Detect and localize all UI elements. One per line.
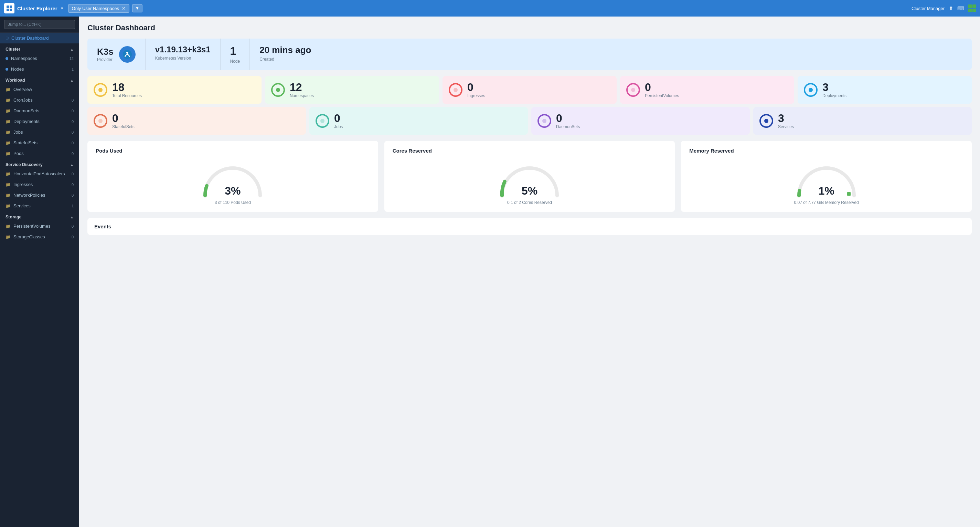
folder-icon-cronjobs: 📁 [5, 98, 11, 103]
stat-card-namespaces[interactable]: 12 Namespaces [265, 76, 439, 104]
namespace-filter[interactable]: Only User Namespaces ✕ [68, 4, 129, 13]
namespace-filter-label: Only User Namespaces [72, 6, 119, 11]
sidebar-item-network-policies[interactable]: 📁 NetworkPolicies 0 [0, 190, 79, 200]
stat-icon-deployments [804, 83, 818, 97]
app-logo[interactable]: Cluster Explorer ▼ [4, 3, 64, 13]
gauge-percent-cores: 5% [522, 185, 538, 197]
created-time: 20 mins ago [259, 45, 962, 56]
search-input[interactable] [4, 20, 75, 29]
sidebar: ⊞ Cluster Dashboard Cluster ▲ Namespaces… [0, 16, 79, 527]
namespace-dropdown[interactable]: ▼ [132, 4, 142, 13]
sidebar-section-workload[interactable]: Workload ▲ [0, 74, 79, 84]
topbar: Cluster Explorer ▼ Only User Namespaces … [0, 0, 980, 16]
gauges-row: Pods Used 3% 3 of 110 Pods Used [88, 141, 972, 212]
folder-icon: 📁 [5, 87, 11, 92]
folder-icon-pods: 📁 [5, 151, 11, 156]
sidebar-item-hpa[interactable]: 📁 HorizontalPodAutoscalers 0 [0, 168, 79, 179]
sidebar-item-nodes[interactable]: Nodes 1 [0, 64, 79, 74]
gauge-container-pods: 3% 3 of 110 Pods Used [95, 158, 370, 205]
main-content: Cluster Dashboard K3s Provider v1.19.13+… [79, 16, 980, 527]
folder-icon-deployments: 📁 [5, 119, 11, 124]
gauge-sub-memory: 0.07 of 7.77 GiB Memory Reserved [794, 200, 859, 205]
svg-rect-1 [10, 5, 12, 8]
folder-icon-hpa: 📁 [5, 171, 11, 176]
terminal-icon[interactable]: ⌨ [957, 5, 964, 11]
sidebar-item-services[interactable]: 📁 Services 1 [0, 200, 79, 211]
gauge-container-cores: 5% 0.1 of 2 Cores Reserved [393, 158, 667, 205]
stat-value-jobs: 0 [334, 113, 343, 124]
folder-icon-sc: 📁 [5, 235, 11, 240]
stat-label-jobs: Jobs [334, 125, 343, 129]
logo-icon [4, 3, 14, 13]
stat-card-ingresses[interactable]: 0 Ingresses [442, 76, 617, 104]
sidebar-item-pods[interactable]: 📁 Pods 0 [0, 148, 79, 159]
events-title: Events [94, 224, 965, 229]
chevron-up-icon: ▲ [70, 48, 74, 51]
stat-icon-namespaces [271, 83, 285, 97]
grid-apps-icon[interactable] [968, 5, 976, 12]
stat-card-services[interactable]: 3 Services [753, 107, 972, 135]
chevron-up-icon-sd: ▲ [70, 163, 74, 167]
cluster-created-section: 20 mins ago Created [250, 38, 972, 70]
stat-card-jobs[interactable]: 0 Jobs [309, 107, 528, 135]
stat-label-statefulsets: StatefulSets [112, 125, 135, 129]
stat-value-deployments: 3 [822, 81, 846, 93]
gauge-title-memory: Memory Reserved [689, 148, 964, 153]
stat-card-deployments[interactable]: 3 Deployments [798, 76, 972, 104]
namespaces-dot [5, 57, 8, 60]
sidebar-item-namespaces[interactable]: Namespaces 12 [0, 53, 79, 64]
sidebar-item-persistent-volumes[interactable]: 📁 PersistentVolumes 0 [0, 221, 79, 232]
sidebar-item-storage-classes[interactable]: 📁 StorageClasses 0 [0, 232, 79, 242]
sidebar-section-cluster[interactable]: Cluster ▲ [0, 43, 79, 53]
sidebar-item-cluster-dashboard[interactable]: ⊞ Cluster Dashboard [0, 33, 79, 43]
created-label: Created [259, 57, 962, 62]
gauge-card-memory: Memory Reserved 1% 0.07 of 7.77 GiB Memo… [681, 141, 972, 212]
stat-card-daemonsets[interactable]: 0 DaemonSets [531, 107, 750, 135]
cluster-nodes-section: 1 Node [221, 38, 250, 70]
stat-card-total-resources[interactable]: 18 Total Resources [88, 76, 261, 104]
stat-value-ingresses: 0 [467, 81, 485, 93]
nodes-dot [5, 68, 8, 70]
folder-icon-ingresses: 📁 [5, 182, 11, 187]
gauge-container-memory: 1% 0.07 of 7.77 GiB Memory Reserved [689, 158, 964, 205]
stat-value-statefulsets: 0 [112, 113, 135, 124]
stat-card-persistent-volumes[interactable]: 0 PersistentVolumes [620, 76, 794, 104]
main-layout: ⊞ Cluster Dashboard Cluster ▲ Namespaces… [0, 16, 980, 527]
stat-icon-ingresses [449, 83, 463, 97]
gauge-sub-pods: 3 of 110 Pods Used [215, 200, 251, 205]
upload-icon[interactable]: ⬆ [949, 5, 953, 12]
svg-rect-3 [10, 9, 12, 11]
cluster-manager-button[interactable]: Cluster Manager [912, 6, 945, 11]
gauge-card-pods: Pods Used 3% 3 of 110 Pods Used [88, 141, 378, 212]
sidebar-item-deployments[interactable]: 📁 Deployments 0 [0, 116, 79, 127]
node-label: Node [230, 59, 240, 64]
sidebar-item-cronjobs[interactable]: 📁 CronJobs 0 [0, 95, 79, 105]
sidebar-item-overview[interactable]: 📁 Overview [0, 84, 79, 95]
sidebar-search-container [0, 16, 79, 33]
node-count: 1 [230, 45, 240, 57]
folder-icon-services: 📁 [5, 204, 11, 208]
folder-icon-daemonsets: 📁 [5, 109, 11, 113]
k8s-version: v1.19.13+k3s1 [155, 45, 211, 54]
folder-icon-statefulsets: 📁 [5, 141, 11, 145]
folder-icon-jobs: 📁 [5, 130, 11, 135]
svg-rect-2 [6, 9, 9, 11]
stat-icon-jobs [315, 114, 329, 128]
stat-value-namespaces: 12 [290, 81, 314, 93]
folder-icon-pv: 📁 [5, 224, 11, 229]
sidebar-item-jobs[interactable]: 📁 Jobs 0 [0, 127, 79, 137]
stat-label-daemonsets: DaemonSets [556, 125, 580, 129]
svg-rect-7 [501, 192, 504, 196]
sidebar-item-daemonsets[interactable]: 📁 DaemonSets 0 [0, 105, 79, 116]
namespace-filter-close[interactable]: ✕ [122, 6, 126, 11]
sidebar-section-storage[interactable]: Storage ▲ [0, 211, 79, 221]
cluster-provider-section: K3s Provider [88, 38, 146, 70]
stat-icon-pv [626, 83, 640, 97]
stat-label-deployments: Deployments [822, 93, 846, 98]
sidebar-section-service-discovery[interactable]: Service Discovery ▲ [0, 159, 79, 168]
sidebar-item-statefulsets[interactable]: 📁 StatefulSets 0 [0, 137, 79, 148]
chevron-down-icon[interactable]: ▼ [60, 6, 64, 10]
stat-card-statefulsets[interactable]: 0 StatefulSets [88, 107, 306, 135]
sidebar-item-ingresses[interactable]: 📁 Ingresses 0 [0, 179, 79, 190]
stat-label-namespaces: Namespaces [290, 93, 314, 98]
